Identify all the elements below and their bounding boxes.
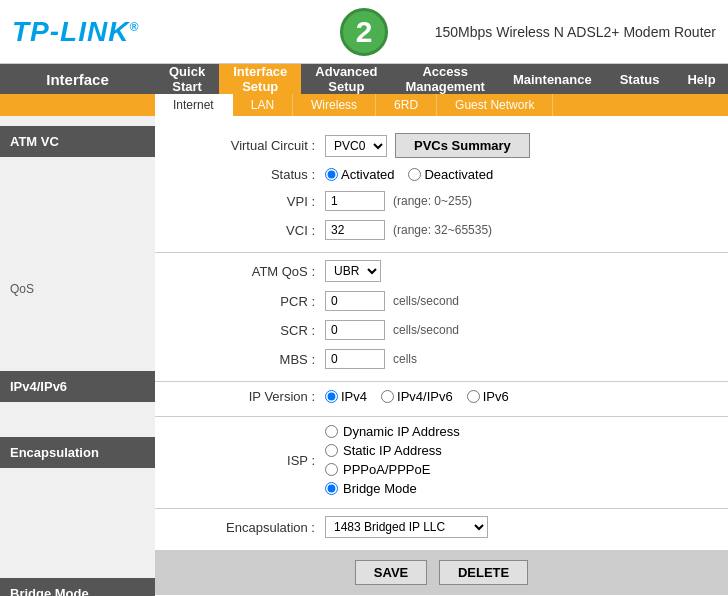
atm-vc-section: Virtual Circuit : PVC0 PVC1 PVC2 PVCs Su… (155, 131, 728, 242)
mbs-input[interactable] (325, 349, 385, 369)
status-row: Status : Activated Deactivated (155, 165, 728, 184)
vpi-label: VPI : (165, 194, 325, 209)
isp-options-list: Dynamic IP Address Static IP Address PPP… (325, 424, 460, 496)
vpi-row: VPI : (range: 0~255) (155, 189, 728, 213)
isp-static-ip[interactable]: Static IP Address (325, 443, 460, 458)
virtual-circuit-select[interactable]: PVC0 PVC1 PVC2 (325, 135, 387, 157)
bridge-mode-divider (155, 508, 728, 509)
vci-hint: (range: 32~65535) (393, 223, 492, 237)
sidebar-ipv4ipv6: IPv4/IPv6 (0, 371, 155, 402)
step-indicator: 2 (340, 8, 388, 56)
isp-dynamic-ip[interactable]: Dynamic IP Address (325, 424, 460, 439)
nav-status[interactable]: Status (606, 64, 674, 94)
status-deactivated-option[interactable]: Deactivated (408, 167, 493, 182)
atm-qos-row: ATM QoS : UBR CBR VBR (155, 258, 728, 284)
virtual-circuit-label: Virtual Circuit : (165, 138, 325, 153)
sub-nav-guest-network[interactable]: Guest Network (437, 94, 553, 116)
ip-version-row: IP Version : IPv4 IPv4/IPv6 IPv6 (155, 387, 728, 406)
mbs-value: cells (325, 349, 718, 369)
ipv6-radio[interactable] (467, 390, 480, 403)
isp-static-ip-radio[interactable] (325, 444, 338, 457)
ipv4-radio[interactable] (325, 390, 338, 403)
bridge-encapsulation-row: Encapsulation : 1483 Bridged IP LLC 1483… (155, 514, 728, 540)
pcr-label: PCR : (165, 294, 325, 309)
sidebar-bridge-mode: Bridge Mode (0, 578, 155, 596)
nav-maintenance[interactable]: Maintenance (499, 64, 606, 94)
bridge-encapsulation-label: Encapsulation : (165, 520, 325, 535)
button-row: SAVE DELETE (155, 550, 728, 595)
pcr-input[interactable] (325, 291, 385, 311)
content-area: ATM VC QoS IPv4/IPv6 Encapsulation Bridg… (0, 116, 728, 596)
bridge-encapsulation-select[interactable]: 1483 Bridged IP LLC 1483 Bridged IP VC-M… (325, 516, 488, 538)
vci-label: VCI : (165, 223, 325, 238)
ipv4-option[interactable]: IPv4 (325, 389, 367, 404)
vci-row: VCI : (range: 32~65535) (155, 218, 728, 242)
isp-dynamic-ip-radio[interactable] (325, 425, 338, 438)
nav-interface-setup[interactable]: Interface Setup (219, 64, 301, 94)
scr-value: cells/second (325, 320, 718, 340)
isp-options: Dynamic IP Address Static IP Address PPP… (325, 424, 718, 496)
logo: TP-LINK® (12, 16, 139, 48)
main-nav: Quick Start Interface Setup Advanced Set… (155, 64, 728, 94)
sidebar: ATM VC QoS IPv4/IPv6 Encapsulation Bridg… (0, 116, 155, 596)
virtual-circuit-value: PVC0 PVC1 PVC2 PVCs Summary (325, 133, 718, 158)
ipv4ipv6-section: IP Version : IPv4 IPv4/IPv6 IPv6 (155, 387, 728, 406)
qos-divider (155, 252, 728, 253)
router-title: 150Mbps Wireless N ADSL2+ Modem Router (435, 24, 716, 40)
vci-input[interactable] (325, 220, 385, 240)
pcr-row: PCR : cells/second (155, 289, 728, 313)
bridge-encapsulation-value: 1483 Bridged IP LLC 1483 Bridged IP VC-M… (325, 516, 718, 538)
nav-access-management[interactable]: Access Management (391, 64, 498, 94)
scr-input[interactable] (325, 320, 385, 340)
isp-row: ISP : Dynamic IP Address Static IP Addre… (155, 422, 728, 498)
sidebar-qos-label: QoS (0, 277, 155, 301)
status-deactivated-radio[interactable] (408, 168, 421, 181)
virtual-circuit-row: Virtual Circuit : PVC0 PVC1 PVC2 PVCs Su… (155, 131, 728, 160)
sub-nav-wireless[interactable]: Wireless (293, 94, 376, 116)
pvcs-summary-button[interactable]: PVCs Summary (395, 133, 530, 158)
pcr-value: cells/second (325, 291, 718, 311)
vpi-value: (range: 0~255) (325, 191, 718, 211)
sub-nav-lan[interactable]: LAN (233, 94, 293, 116)
mbs-row: MBS : cells (155, 347, 728, 371)
scr-label: SCR : (165, 323, 325, 338)
status-activated-option[interactable]: Activated (325, 167, 394, 182)
encapsulation-section: ISP : Dynamic IP Address Static IP Addre… (155, 422, 728, 498)
ipv6-option[interactable]: IPv6 (467, 389, 509, 404)
nav-advanced-setup[interactable]: Advanced Setup (301, 64, 391, 94)
isp-pppoa-pppoe[interactable]: PPPoA/PPPoE (325, 462, 460, 477)
mbs-unit: cells (393, 352, 417, 366)
isp-bridge-mode-radio[interactable] (325, 482, 338, 495)
ipv4ipv6-radio[interactable] (381, 390, 394, 403)
atm-qos-label: ATM QoS : (165, 264, 325, 279)
status-activated-radio[interactable] (325, 168, 338, 181)
qos-section: ATM QoS : UBR CBR VBR PCR : cells/second (155, 258, 728, 371)
bridge-mode-section: Encapsulation : 1483 Bridged IP LLC 1483… (155, 514, 728, 540)
vpi-input[interactable] (325, 191, 385, 211)
atm-qos-value: UBR CBR VBR (325, 260, 718, 282)
status-value: Activated Deactivated (325, 167, 718, 182)
save-button[interactable]: SAVE (355, 560, 427, 585)
top-header: TP-LINK® 2 150Mbps Wireless N ADSL2+ Mod… (0, 0, 728, 64)
main-content: Virtual Circuit : PVC0 PVC1 PVC2 PVCs Su… (155, 116, 728, 596)
ip-version-label: IP Version : (165, 389, 325, 404)
nav-help[interactable]: Help (673, 64, 728, 94)
isp-bridge-mode[interactable]: Bridge Mode (325, 481, 460, 496)
sidebar-encapsulation: Encapsulation (0, 437, 155, 468)
sub-nav: Internet LAN Wireless 6RD Guest Network (0, 94, 728, 116)
nav-quick-start[interactable]: Quick Start (155, 64, 219, 94)
ipv4ipv6-option[interactable]: IPv4/IPv6 (381, 389, 453, 404)
isp-label: ISP : (165, 453, 325, 468)
sub-nav-6rd[interactable]: 6RD (376, 94, 437, 116)
encapsulation-divider (155, 416, 728, 417)
pcr-unit: cells/second (393, 294, 459, 308)
vpi-hint: (range: 0~255) (393, 194, 472, 208)
sub-nav-internet[interactable]: Internet (155, 94, 233, 116)
isp-pppoa-pppoe-radio[interactable] (325, 463, 338, 476)
interface-label: Interface (0, 64, 155, 94)
mbs-label: MBS : (165, 352, 325, 367)
atm-qos-select[interactable]: UBR CBR VBR (325, 260, 381, 282)
vci-value: (range: 32~65535) (325, 220, 718, 240)
ipv4ipv6-divider (155, 381, 728, 382)
delete-button[interactable]: DELETE (439, 560, 528, 585)
